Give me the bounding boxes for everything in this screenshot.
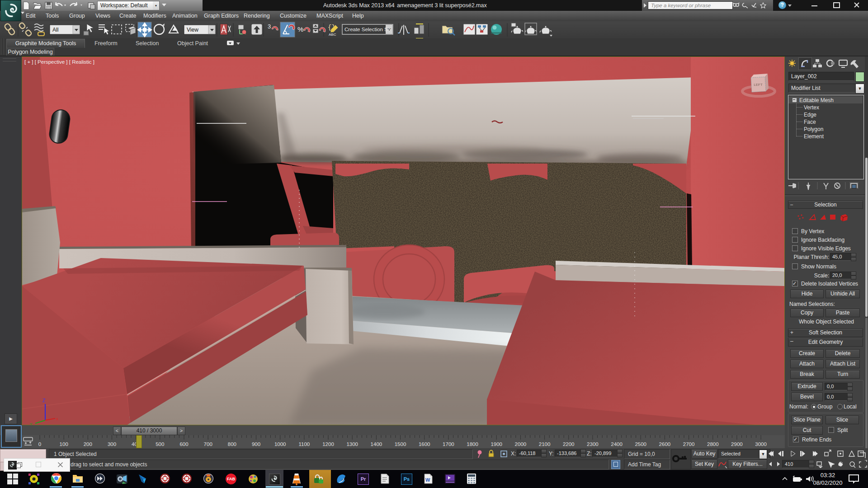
svg-text:2900: 2900 [731, 441, 743, 447]
svg-text:View: View [187, 27, 198, 33]
svg-text:W: W [425, 477, 430, 483]
svg-text:1300: 1300 [346, 441, 358, 447]
svg-text:1100: 1100 [299, 441, 310, 447]
svg-text:2200: 2200 [563, 441, 575, 447]
svg-text:200: 200 [84, 441, 92, 447]
svg-text:600: 600 [179, 441, 188, 447]
svg-text:1700: 1700 [443, 441, 454, 447]
svg-text:2000: 2000 [515, 441, 527, 447]
svg-text:x: x [56, 417, 58, 421]
svg-text:Y: Y [30, 422, 33, 425]
svg-text:2700: 2700 [683, 441, 695, 447]
svg-text:1900: 1900 [491, 441, 502, 447]
svg-text:2100: 2100 [539, 441, 551, 447]
svg-text:All: All [52, 27, 58, 33]
svg-text:2300: 2300 [587, 441, 599, 447]
svg-text:%: % [297, 25, 303, 33]
svg-text:100: 100 [60, 441, 68, 447]
svg-text:500: 500 [156, 441, 164, 447]
svg-text:700: 700 [204, 441, 212, 447]
svg-text:Z: Z [42, 398, 46, 403]
svg-text:1000: 1000 [274, 441, 286, 447]
svg-text:1200: 1200 [322, 441, 334, 447]
svg-text:0: 0 [38, 441, 41, 447]
svg-text:LEFT: LEFT [754, 83, 763, 87]
svg-text:Create Selection Se: Create Selection Se [344, 27, 391, 32]
svg-text:2400: 2400 [611, 441, 623, 447]
svg-text:800: 800 [228, 441, 236, 447]
svg-text:900: 900 [252, 441, 260, 447]
svg-text:2800: 2800 [707, 441, 719, 447]
svg-text:1800: 1800 [467, 441, 478, 447]
svg-text:3: 3 [268, 23, 271, 30]
svg-text:1500: 1500 [395, 441, 406, 447]
svg-text:3000: 3000 [755, 441, 767, 447]
svg-text:2600: 2600 [659, 441, 671, 447]
svg-text:ABC: ABC [329, 33, 336, 37]
svg-text:1600: 1600 [419, 441, 430, 447]
svg-text:300: 300 [108, 441, 116, 447]
svg-text:1400: 1400 [371, 441, 382, 447]
svg-text:2500: 2500 [635, 441, 646, 447]
